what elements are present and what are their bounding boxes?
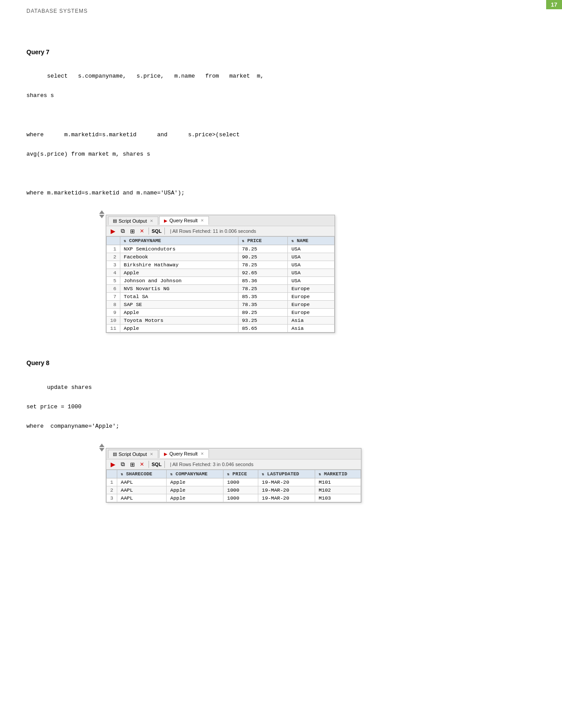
tab-script-output-label-q8: Script Output: [119, 452, 147, 457]
table-row: 9Apple89.25Europe: [107, 309, 335, 317]
col-num-q8: [107, 470, 117, 478]
col-companyname-q8: ⇅ COMPANYNAME: [167, 470, 223, 478]
table-cell: 78.25: [238, 245, 287, 253]
scroll-arrows-q8: [99, 444, 104, 452]
table-cell: AAPL: [117, 494, 167, 502]
table-row: 10Toyota Motors93.25Asia: [107, 317, 335, 325]
table-row: 4Apple92.65USA: [107, 269, 335, 277]
arrow-up-icon-q8: [99, 444, 104, 447]
table-cell: Johnson and Johnson: [120, 277, 238, 285]
query-result-icon-q7: ▶: [164, 218, 167, 223]
table-cell: Birkshire Hathaway: [120, 261, 238, 269]
table-cell: Apple: [167, 486, 223, 494]
table-cell: Apple: [167, 478, 223, 486]
sort-icon-companyname-q8: ⇅: [170, 472, 172, 477]
tab-query-result-q8[interactable]: ▶ Query Result ✕: [159, 449, 209, 458]
query7-table-header: ⇅ COMPANYNAME ⇅ PRICE ⇅ NAME: [107, 237, 335, 245]
arrow-down-icon-q8: [99, 448, 104, 452]
table-cell: 19-MAR-20: [258, 486, 315, 494]
table-cell: 1: [107, 478, 117, 486]
table-row: 2Facebook90.25USA: [107, 253, 335, 261]
grid-icon-q7[interactable]: ⊞: [128, 228, 136, 235]
tab-script-output-q8[interactable]: ▤ Script Output ✕: [108, 450, 158, 458]
table-cell: 78.25: [238, 285, 287, 293]
table-cell: 4: [107, 269, 120, 277]
table-cell: USA: [288, 245, 335, 253]
toolbar-divider-q8: [149, 461, 149, 468]
table-row: 1AAPLApple100019-MAR-20M101: [107, 478, 361, 486]
tab-script-output-q7[interactable]: ▤ Script Output ✕: [108, 217, 158, 225]
table-cell: Europe: [288, 285, 335, 293]
query7-title: Query 7: [26, 49, 536, 56]
col-price-q7: ⇅ PRICE: [238, 237, 287, 245]
query7-window-wrapper: ▤ Script Output ✕ ▶ Query Result ✕ ▶ ⧉ ⊞: [26, 215, 536, 333]
table-cell: SAP SE: [120, 301, 238, 309]
sort-icon-name-q7: ⇅: [291, 239, 294, 243]
copy-icon-q7[interactable]: ⧉: [119, 228, 127, 235]
toolbar-divider2-q8: [164, 461, 165, 468]
tab-close-result-q7[interactable]: ✕: [201, 218, 204, 223]
table-row: 6NVS Novartis NG78.25Europe: [107, 285, 335, 293]
toolbar-divider2-q7: [164, 228, 165, 235]
query7-db-window: ▤ Script Output ✕ ▶ Query Result ✕ ▶ ⧉ ⊞: [106, 215, 335, 333]
query7-code: select s.companyname, s.price, m.name fr…: [26, 62, 536, 208]
tab-close-script-q7[interactable]: ✕: [150, 219, 153, 223]
query8-db-window: ▤ Script Output ✕ ▶ Query Result ✕ ▶ ⧉ ⊞: [106, 448, 361, 503]
col-lastupdated-q8: ⇅ LASTUPDATED: [258, 470, 315, 478]
table-cell: 11: [107, 325, 120, 332]
table-cell: USA: [288, 253, 335, 261]
arrow-down-icon: [99, 215, 104, 218]
page-number: 17: [546, 0, 562, 9]
tab-close-result-q8[interactable]: ✕: [201, 452, 204, 456]
copy-icon-q8[interactable]: ⧉: [119, 461, 127, 468]
table-cell: AAPL: [117, 478, 167, 486]
table-cell: 8: [107, 301, 120, 309]
sort-icon-price-q8: ⇅: [227, 472, 229, 477]
table-row: 11Apple85.65Asia: [107, 325, 335, 332]
run-icon-q8[interactable]: ▶: [109, 461, 117, 468]
grid-icon-q8[interactable]: ⊞: [128, 461, 136, 468]
clear-icon-q8[interactable]: ✕: [138, 461, 146, 468]
toolbar-info-q8: | All Rows Fetched: 3 in 0.046 seconds: [170, 462, 253, 467]
query7-toolbar: ▶ ⧉ ⊞ ✕ SQL | All Rows Fetched: 11 in 0.…: [106, 226, 335, 236]
table-cell: M103: [315, 494, 361, 502]
table-cell: 89.25: [238, 309, 287, 317]
table-cell: 90.25: [238, 253, 287, 261]
query7-tabs: ▤ Script Output ✕ ▶ Query Result ✕: [106, 215, 335, 226]
table-cell: 10: [107, 317, 120, 325]
tab-close-script-q8[interactable]: ✕: [150, 452, 153, 456]
run-icon-q7[interactable]: ▶: [109, 228, 117, 235]
table-cell: NXP Semicondutors: [120, 245, 238, 253]
table-cell: 1000: [223, 486, 258, 494]
query8-toolbar: ▶ ⧉ ⊞ ✕ SQL | All Rows Fetched: 3 in 0.0…: [106, 459, 361, 470]
script-output-icon-q8: ▤: [113, 452, 117, 456]
table-cell: 85.65: [238, 325, 287, 332]
clear-icon-q7[interactable]: ✕: [138, 228, 146, 235]
query8-title: Query 8: [26, 359, 536, 366]
table-cell: Apple: [120, 325, 238, 332]
table-cell: 1000: [223, 494, 258, 502]
query-result-icon-q8: ▶: [164, 452, 167, 456]
table-cell: Apple: [120, 269, 238, 277]
tab-script-output-label-q7: Script Output: [119, 218, 147, 224]
toolbar-divider-q7: [149, 228, 149, 235]
arrow-up-icon: [99, 210, 104, 214]
table-row: 3AAPLApple100019-MAR-20M103: [107, 494, 361, 502]
scroll-arrows: [99, 210, 104, 218]
table-cell: 19-MAR-20: [258, 478, 315, 486]
table-cell: 78.35: [238, 301, 287, 309]
table-cell: Apple: [167, 494, 223, 502]
table-cell: 6: [107, 285, 120, 293]
table-cell: 7: [107, 293, 120, 301]
tab-query-result-q7[interactable]: ▶ Query Result ✕: [159, 216, 209, 225]
sort-icon-price-q7: ⇅: [242, 239, 244, 243]
table-cell: M102: [315, 486, 361, 494]
table-cell: 2: [107, 486, 117, 494]
table-cell: NVS Novartis NG: [120, 285, 238, 293]
table-cell: 9: [107, 309, 120, 317]
sort-icon-sharecode: ⇅: [121, 472, 123, 477]
table-cell: 2: [107, 253, 120, 261]
table-cell: 19-MAR-20: [258, 494, 315, 502]
table-cell: 85.35: [238, 293, 287, 301]
table-cell: Europe: [288, 293, 335, 301]
